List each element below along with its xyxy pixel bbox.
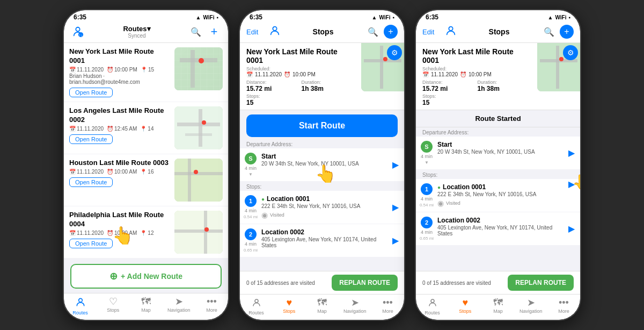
route-map-thumbnail-2: ⚙ (361, 43, 404, 91)
tab-map-2[interactable]: 🗺 Map (305, 297, 338, 317)
svg-point-6 (199, 58, 204, 63)
tab-routes-1[interactable]: Routes (64, 296, 97, 317)
person-sync-icon-2 (269, 25, 281, 39)
stops-list-2: Departure Address: S 4 min ▼ Start 20 W … (240, 139, 404, 271)
route-email-1: Brian Hudson · brian.hudson@route4me.com (69, 73, 170, 85)
status-time-2: 6:35 (250, 13, 262, 21)
stop-time-start-2: 4 min (245, 166, 257, 171)
distance-label-2: Distance: (246, 80, 297, 85)
tab-routes-2[interactable]: Routes (240, 297, 273, 317)
battery-icon-3: ▪ (568, 15, 570, 20)
stops-tab-label-2: Stops (283, 309, 295, 314)
tab-more-3[interactable]: ••• More (547, 297, 580, 317)
route-map-thumbnail-3: ⚙ (537, 43, 580, 91)
edit-btn-2[interactable]: Edit (246, 28, 266, 36)
search-icon[interactable]: 🔍 (188, 24, 203, 39)
map-tab-label: Map (141, 307, 151, 313)
svg-rect-12 (174, 159, 223, 202)
svg-rect-18 (204, 211, 207, 254)
tab-map-1[interactable]: 🗺 Map (129, 296, 162, 317)
route-datetime-2: 📅11.11.2020 ⏰10:00 PM (246, 71, 352, 77)
wifi-icon-2: WiFi (379, 15, 390, 20)
departure-label-2: Departure Address: (240, 139, 404, 148)
stop-item-1-2: 1 4 min 0.54 mi ● Location 0001 222 E 34… (240, 191, 404, 224)
gear-icon-3[interactable]: ⚙ (563, 45, 578, 60)
status-bar: 6:35 ▲ WiFi ▪ (64, 10, 228, 22)
svg-point-0 (76, 27, 79, 31)
edit-btn-3[interactable]: Edit (422, 28, 442, 36)
navigate-btn-start-3[interactable]: ▶ (563, 137, 580, 169)
nav-tab-label-2: Navigation (343, 309, 367, 314)
route-info-3: Houston Last Mile Route 0003 📅 11.11.202… (69, 159, 170, 202)
distance-value-2: 15.72 mi (246, 85, 297, 92)
route-detail-title-2: New York Last Mile Route 0001 (246, 47, 352, 64)
stop-name-2-3: Location 0002 (437, 217, 559, 224)
stops-label-3: Stops: (422, 94, 473, 99)
add-stop-btn-2[interactable]: + (384, 25, 398, 39)
tab-nav-2[interactable]: ➤ Navigation (339, 297, 371, 317)
route-map-1 (174, 47, 223, 90)
search-icon-2[interactable]: 🔍 (365, 24, 380, 39)
navigate-btn-2-3[interactable]: ▶ (563, 212, 580, 245)
svg-point-21 (273, 27, 276, 31)
tab-routes-3[interactable]: Routes (416, 297, 449, 317)
nav-tab-icon: ➤ (175, 297, 183, 306)
tab-map-3[interactable]: 🗺 Map (481, 297, 514, 317)
navigate-btn-1-2[interactable]: ▶ (387, 191, 404, 224)
replan-btn-2[interactable]: REPLAN ROUTE (332, 275, 398, 291)
tab-nav-1[interactable]: ➤ Navigation (163, 296, 195, 317)
add-stop-btn-3[interactable]: + (560, 25, 574, 39)
svg-rect-30 (556, 46, 559, 89)
gear-icon-2[interactable]: ⚙ (387, 45, 402, 60)
status-bar-2: 6:35 ▲ WiFi ▪ (240, 10, 404, 22)
person-icon[interactable]: ↑↓ (70, 24, 85, 39)
hand-cursor-2: 👆 (315, 163, 336, 184)
more-tab-label-2: More (382, 309, 393, 314)
add-new-route-button[interactable]: ⊕ + Add New Route (70, 264, 222, 289)
signal-icon-2: ▲ (372, 15, 377, 20)
map-tab-label-3: Map (493, 309, 503, 314)
replan-btn-3[interactable]: REPLAN ROUTE (508, 275, 574, 291)
navigate-btn-start-2[interactable]: ▶ (387, 148, 404, 181)
duration-value-3: 1h 38m (478, 85, 529, 92)
bottom-bar-3: 0 of 15 addresses are visited REPLAN ROU… (416, 271, 580, 294)
phone-1-screen: 6:35 ▲ WiFi ▪ ↑↓ Routes▾ Synced (64, 10, 228, 320)
tab-bar-2: Routes ♥ Stops 🗺 Map ➤ Navigation ••• Mo… (240, 294, 404, 320)
svg-rect-4 (180, 58, 217, 62)
nav-tab-label-3: Navigation (519, 309, 543, 314)
svg-point-15 (194, 170, 198, 174)
svg-text:↑↓: ↑↓ (79, 33, 83, 38)
tab-stops-1[interactable]: ♡ Stops (97, 296, 129, 317)
svg-point-26 (255, 299, 258, 303)
duration-label-3: Duration: (478, 80, 529, 85)
fingerprint-icon-1-3: ◉ (437, 199, 444, 207)
route-item-2: Los Angeles Last Mile Route 0002 📅 11.11… (64, 102, 228, 154)
hand-cursor-1: 👆 (112, 225, 134, 246)
route-detail-title-3: New York Last Mile Route 0001 (422, 47, 528, 64)
stop-address-2-2: 405 Lexington Ave, New York, NY 10174, U… (261, 236, 383, 248)
battery-icon-2: ▪ (392, 15, 394, 20)
tab-stops-2[interactable]: ♥ Stops (273, 297, 305, 317)
svg-point-20 (78, 298, 82, 302)
open-route-btn-4[interactable]: Open Route (69, 239, 113, 248)
battery-icon: ▪ (216, 15, 218, 20)
add-icon[interactable]: + (207, 24, 222, 39)
open-route-btn-1[interactable]: Open Route (69, 88, 113, 97)
start-route-btn-2[interactable]: Start Route (246, 114, 398, 137)
svg-rect-17 (174, 229, 223, 233)
stops-value-3: 15 (422, 99, 473, 106)
more-tab-label-3: More (558, 309, 569, 314)
route-title-3: Houston Last Mile Route 0003 (69, 159, 170, 168)
open-route-btn-2[interactable]: Open Route (69, 134, 113, 144)
stop-timeline-2-3: 2 4 min 0.65 mi (416, 212, 437, 245)
navigate-btn-2-2[interactable]: ▶ (387, 224, 404, 257)
stop-name-2-2: Location 0002 (261, 228, 383, 236)
open-route-btn-3[interactable]: Open Route (69, 177, 113, 187)
tab-more-2[interactable]: ••• More (371, 297, 404, 317)
stop-address-start-3: 20 W 34th St, New York, NY 10001, USA (437, 149, 559, 155)
tab-nav-3[interactable]: ➤ Navigation (515, 297, 547, 317)
stop-address-1-2: 222 E 34th St, New York, NY 10016, USA (261, 203, 383, 209)
search-icon-3[interactable]: 🔍 (541, 24, 557, 39)
tab-more-1[interactable]: ••• More (195, 296, 228, 317)
tab-stops-3[interactable]: ♥ Stops (449, 297, 481, 317)
